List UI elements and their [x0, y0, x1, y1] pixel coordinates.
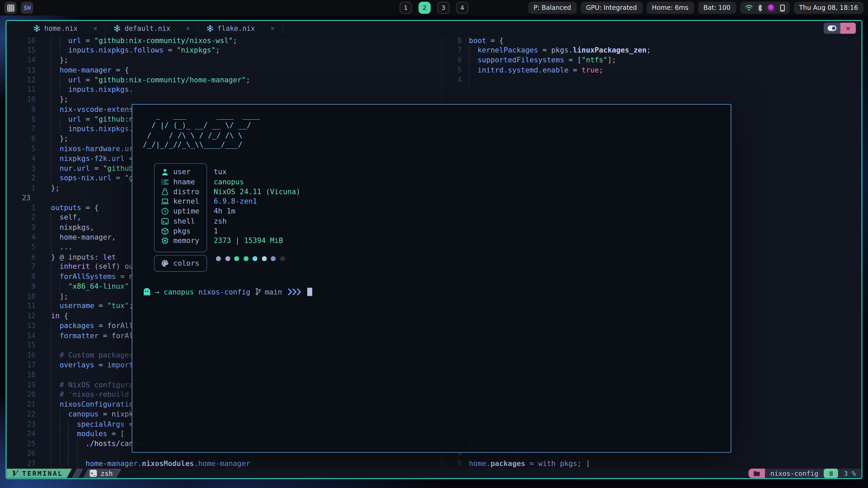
line-number: 11 [20, 85, 36, 95]
code-text: initrd.systemd.enable = true; [469, 65, 603, 75]
ping-pill: Home: 6ms [646, 2, 694, 14]
wallpaper-daemon-icon[interactable] [767, 4, 775, 12]
info-value: 4h 1m [214, 206, 235, 216]
line-number: 23 [20, 419, 36, 429]
code-text: # 'nixos-rebuild [51, 390, 129, 400]
top-bar: $W 1234 P: Balanced GPU: Integrated Home… [0, 0, 868, 16]
line-number: 1 [20, 183, 36, 193]
line-number: 4 [445, 75, 462, 85]
floating-terminal-window[interactable]: _ ___ ____ ____ / |/ (_)_ __/ __ \/ __/ … [132, 104, 731, 453]
editor-area: 16url = "github:nix-community/nixos-wsl"… [7, 35, 862, 468]
buffer-segment[interactable]: >_ zsh [83, 469, 122, 478]
line-number: 5 [445, 65, 462, 75]
terminal-buffer-icon: >_ [90, 470, 97, 477]
line-number: 18 [20, 370, 36, 380]
line-number: 22 [20, 409, 36, 419]
prompt-arrow: → [155, 287, 159, 296]
info-value: NixOS 24.11 (Vicuna) [214, 187, 300, 197]
tab-close-icon[interactable]: × [93, 24, 98, 32]
code-text: }; [51, 183, 60, 193]
tab-flake.nix[interactable]: flake.nix× [199, 21, 283, 35]
line-number: 5 [20, 144, 36, 154]
grid-launcher-icon[interactable] [4, 2, 17, 14]
nix-snowflake-icon [114, 25, 121, 32]
kernel-icon [161, 198, 169, 205]
line-number: 7 [20, 124, 36, 134]
code-text: # Custom packages [51, 350, 133, 360]
line-number: 20 [20, 390, 36, 400]
bluetooth-icon[interactable] [757, 4, 762, 11]
buffer-label: zsh [101, 469, 113, 477]
code-line: 7kernelPackages = pkgs.linuxPackages_zen… [7, 45, 862, 55]
window-close-button[interactable]: × [840, 23, 856, 34]
prompt-repo-name: nixos-config [198, 287, 250, 296]
prompt-chevrons-icon [288, 288, 302, 295]
uptime-icon [161, 207, 169, 215]
color-dot [234, 257, 239, 262]
clock-pill: Thu Aug 08, 18:16 [793, 2, 863, 14]
vim-icon [12, 470, 19, 477]
ghost-icon [143, 287, 151, 296]
info-value: 2373 | 15394 MiB [214, 236, 283, 246]
workspace-button-4[interactable]: 4 [456, 2, 468, 14]
folder-icon [753, 471, 760, 476]
code-line: 11inputs.nixpkgs. [7, 85, 862, 95]
code-text: } @ inputs: let [51, 252, 116, 262]
distro-icon [161, 188, 169, 196]
code-text: "x86_64-linux" [51, 282, 129, 291]
toggle-knob-icon [828, 25, 836, 31]
workspace-button-3[interactable]: 3 [437, 2, 450, 14]
sw-terminal-icon[interactable]: $W [21, 2, 33, 14]
prompt-hostname: canopus [164, 287, 194, 296]
code-text: forAllSystems = n [51, 272, 133, 282]
code-line: 10}; [7, 95, 862, 104]
code-text: kernelPackages = pkgs.linuxPackages_zen; [469, 45, 651, 55]
wifi-icon[interactable] [745, 4, 753, 11]
code-line: 4 [7, 75, 862, 85]
color-dot [280, 257, 285, 262]
code-text: }; [51, 134, 68, 144]
tab-close-icon[interactable]: × [270, 24, 275, 32]
tab-home.nix[interactable]: home.nix× [25, 21, 106, 35]
line-number: 11 [20, 301, 36, 311]
line-number: 7 [445, 45, 462, 55]
line-number: 5 [445, 459, 462, 468]
line-number: 10 [20, 291, 36, 301]
terminal-cursor[interactable] [307, 287, 312, 296]
code-text: self, [51, 213, 81, 223]
gpu-pill: GPU: Integrated [580, 2, 643, 14]
palette-icon [161, 260, 169, 267]
code-line: 5home.packages = with pkgs; [ [7, 459, 862, 468]
line-number: 5 [20, 242, 36, 252]
info-label: uptime [173, 206, 199, 216]
line-number: 12 [20, 311, 36, 321]
line-number: 19 [20, 380, 36, 390]
desktop: $W 1234 P: Balanced GPU: Integrated Home… [0, 0, 868, 488]
info-value: tux [214, 167, 226, 177]
colors-label: colors [173, 258, 199, 268]
code-text: boot = { [469, 36, 504, 45]
line-number: 3 [20, 164, 36, 174]
code-text: ... [51, 242, 73, 252]
line-number: 3 [20, 223, 36, 232]
code-text: home.packages = with pkgs; [ [469, 459, 590, 468]
code-text: username = "tux"; [51, 301, 133, 311]
line-number: 2 [20, 174, 36, 183]
topbar-status-area: P: Balanced GPU: Integrated Home: 6ms Ba… [528, 2, 864, 14]
tab-close-icon[interactable]: × [186, 24, 190, 32]
power-profile-pill: P: Balanced [528, 2, 576, 14]
shell-prompt[interactable]: → canopus nixos-config main [143, 287, 312, 297]
line-number: 6 [20, 252, 36, 262]
color-dot [271, 257, 276, 262]
tab-label: home.nix [44, 24, 78, 32]
tab-default.nix[interactable]: default.nix× [106, 21, 199, 35]
folder-segment [748, 469, 765, 478]
line-number: 16 [20, 350, 36, 360]
workspace-button-2[interactable]: 2 [418, 2, 431, 14]
info-value: 6.9.8-zen1 [214, 197, 257, 206]
code-text: nur.url = "github [51, 164, 133, 174]
window-toggle-button[interactable] [824, 23, 840, 34]
code-line: 6supportedFilesystems = ["ntfs"]; [7, 55, 862, 65]
workspace-button-1[interactable]: 1 [400, 2, 412, 14]
phone-icon[interactable] [780, 4, 785, 11]
